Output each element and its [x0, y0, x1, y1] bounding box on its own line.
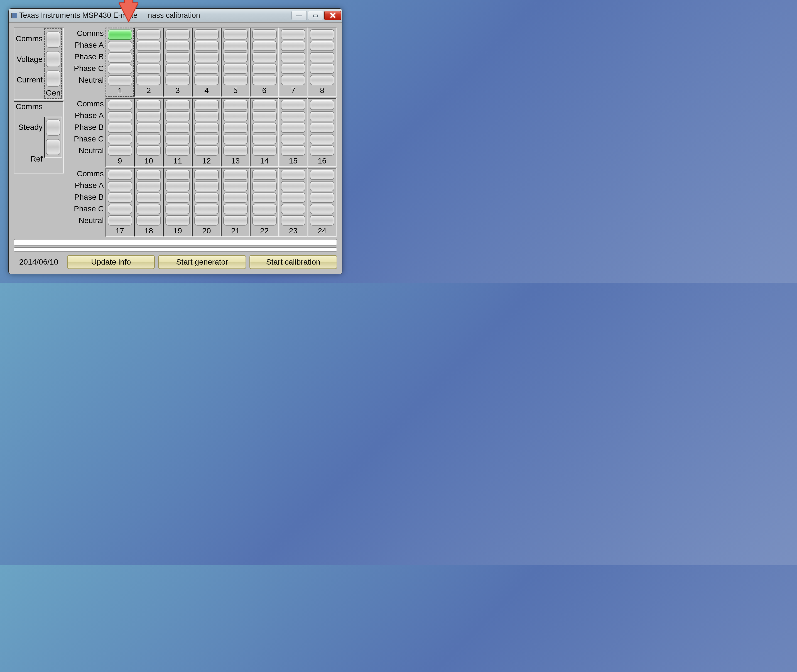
meter-led[interactable]: [136, 100, 161, 110]
meter-led[interactable]: [136, 75, 161, 85]
meter-led[interactable]: [165, 215, 190, 226]
meter-led[interactable]: [108, 204, 132, 214]
meter-led[interactable]: [136, 41, 161, 51]
meter-led[interactable]: [136, 146, 161, 156]
meter-led[interactable]: [194, 100, 219, 110]
meter-led[interactable]: [281, 100, 305, 110]
meter-led[interactable]: [252, 75, 277, 85]
meter-led[interactable]: [223, 170, 248, 180]
meter-led[interactable]: [165, 29, 190, 40]
meter-led[interactable]: [194, 64, 219, 74]
meter-led[interactable]: [252, 123, 277, 133]
meter-led[interactable]: [223, 181, 248, 191]
gen-current-led[interactable]: [46, 70, 61, 86]
meter-led[interactable]: [136, 192, 161, 203]
meter-led[interactable]: [252, 29, 277, 40]
ref-steady-led[interactable]: [46, 139, 61, 155]
gen-comms-led[interactable]: [46, 32, 61, 48]
meter-led[interactable]: [194, 123, 219, 133]
meter-led[interactable]: [310, 29, 334, 40]
meter-led[interactable]: [252, 100, 277, 110]
meter-led[interactable]: [165, 204, 190, 214]
meter-led[interactable]: [165, 170, 190, 180]
meter-led[interactable]: [223, 75, 248, 85]
meter-led[interactable]: [108, 52, 132, 62]
meter-led[interactable]: [223, 100, 248, 110]
meter-led[interactable]: [108, 146, 132, 156]
meter-led[interactable]: [108, 192, 132, 203]
meter-led[interactable]: [310, 134, 334, 144]
meter-led[interactable]: [194, 181, 219, 191]
meter-led[interactable]: [223, 64, 248, 74]
meter-led[interactable]: [108, 100, 132, 110]
meter-led[interactable]: [310, 41, 334, 51]
meter-led[interactable]: [252, 192, 277, 203]
meter-led[interactable]: [108, 181, 132, 191]
meter-led[interactable]: [165, 75, 190, 85]
meter-led[interactable]: [281, 181, 305, 191]
meter-led[interactable]: [165, 111, 190, 122]
meter-led[interactable]: [310, 52, 334, 62]
meter-led[interactable]: [252, 111, 277, 122]
meter-led[interactable]: [108, 64, 132, 74]
meter-led[interactable]: [252, 41, 277, 51]
meter-led-active[interactable]: [108, 29, 132, 40]
meter-led[interactable]: [310, 111, 334, 122]
meter-led[interactable]: [281, 146, 305, 156]
meter-led[interactable]: [194, 146, 219, 156]
meter-led[interactable]: [136, 29, 161, 40]
meter-led[interactable]: [281, 134, 305, 144]
meter-led[interactable]: [223, 146, 248, 156]
meter-led[interactable]: [165, 41, 190, 51]
meter-led[interactable]: [136, 64, 161, 74]
meter-led[interactable]: [108, 215, 132, 226]
maximize-button[interactable]: ▭: [308, 11, 323, 20]
close-button[interactable]: ✕: [324, 11, 341, 20]
meter-led[interactable]: [281, 192, 305, 203]
meter-led[interactable]: [252, 170, 277, 180]
meter-led[interactable]: [252, 134, 277, 144]
meter-led[interactable]: [281, 64, 305, 74]
meter-led[interactable]: [165, 192, 190, 203]
meter-led[interactable]: [252, 215, 277, 226]
meter-led[interactable]: [108, 111, 132, 122]
meter-led[interactable]: [310, 123, 334, 133]
meter-led[interactable]: [165, 146, 190, 156]
meter-led[interactable]: [223, 215, 248, 226]
meter-led[interactable]: [310, 192, 334, 203]
meter-led[interactable]: [223, 111, 248, 122]
meter-led[interactable]: [223, 204, 248, 214]
meter-led[interactable]: [194, 170, 219, 180]
meter-led[interactable]: [252, 181, 277, 191]
meter-led[interactable]: [281, 123, 305, 133]
meter-led[interactable]: [194, 192, 219, 203]
meter-led[interactable]: [108, 123, 132, 133]
start-calibration-button[interactable]: Start calibration: [249, 255, 337, 269]
meter-led[interactable]: [281, 204, 305, 214]
meter-led[interactable]: [310, 64, 334, 74]
meter-led[interactable]: [136, 215, 161, 226]
meter-led[interactable]: [310, 170, 334, 180]
meter-led[interactable]: [223, 134, 248, 144]
meter-led[interactable]: [136, 134, 161, 144]
titlebar[interactable]: Texas Instruments MSP430 E-mete nass cal…: [9, 9, 342, 22]
meter-led[interactable]: [136, 181, 161, 191]
meter-led[interactable]: [136, 52, 161, 62]
meter-led[interactable]: [310, 75, 334, 85]
meter-led[interactable]: [194, 215, 219, 226]
meter-led[interactable]: [281, 170, 305, 180]
meter-led[interactable]: [281, 29, 305, 40]
meter-led[interactable]: [252, 146, 277, 156]
meter-led[interactable]: [310, 215, 334, 226]
meter-led[interactable]: [252, 204, 277, 214]
meter-led[interactable]: [223, 29, 248, 40]
update-info-button[interactable]: Update info: [67, 255, 155, 269]
meter-led[interactable]: [136, 170, 161, 180]
meter-led[interactable]: [136, 123, 161, 133]
meter-led[interactable]: [252, 52, 277, 62]
meter-led[interactable]: [281, 41, 305, 51]
meter-led[interactable]: [194, 111, 219, 122]
meter-led[interactable]: [194, 29, 219, 40]
start-generator-button[interactable]: Start generator: [158, 255, 246, 269]
meter-led[interactable]: [136, 204, 161, 214]
